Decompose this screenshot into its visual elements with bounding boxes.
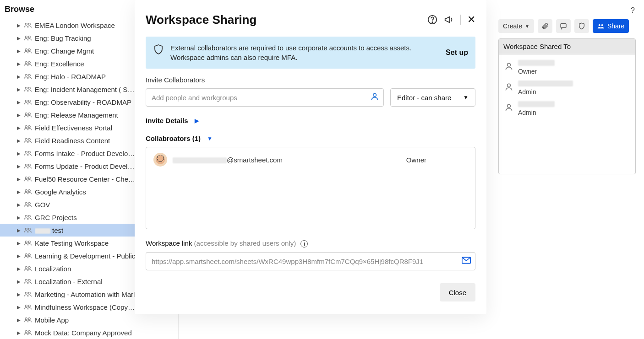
workspace-link-input[interactable] [146,252,475,270]
sidebar-item[interactable]: ▶Eng: Bug Tracking [0,32,136,44]
workspace-icon [24,163,32,169]
svg-point-22 [25,164,27,167]
email-link-button[interactable] [462,257,471,266]
share-button[interactable]: Share [593,19,629,33]
sidebar-item[interactable]: ▶Mobile App [0,313,136,326]
share-button-label: Share [607,22,624,30]
sidebar-item[interactable]: ▶Eng: Excellence [0,57,136,70]
sidebar-item[interactable]: ▶Forms Update - Product Developr [0,160,136,172]
sidebar-item-label: EMEA London Workspace [35,22,115,29]
svg-point-51 [599,24,600,26]
caret-right-icon: ▶ [16,228,21,233]
workspace-icon [24,265,32,272]
paperclip-icon [541,22,549,30]
comment-button[interactable] [556,19,571,33]
collaborators-expander[interactable]: Collabroators (1) ▼ [146,135,475,142]
toolbar: Create ▼ Share [498,19,636,33]
workspace-icon [24,201,32,208]
create-button[interactable]: Create ▼ [498,19,534,33]
shared-user-row[interactable]: Admin [501,98,633,119]
sidebar-item-label: GOV [35,201,50,209]
shield-icon [578,22,585,30]
sidebar-item[interactable]: ▶Marketing - Automation with Marl [0,288,136,301]
close-icon[interactable]: ✕ [467,14,475,26]
invite-collaborators-label: Invite Collaborators [146,76,475,84]
svg-point-19 [28,139,31,141]
role-select[interactable]: Editor - can share ▼ [390,88,475,107]
invite-details-expander[interactable]: Invite Details ▶ [146,117,475,124]
workspace-link-label: Workspace link (accessible by shared use… [146,239,475,248]
sidebar-item-label: Eng: Observability - ROADMAP [35,98,131,106]
sidebar-item[interactable]: ▶Eng: Change Mgmt [0,44,136,57]
setup-link[interactable]: Set up [446,48,468,57]
caret-right-icon: ▶ [16,74,21,79]
svg-point-20 [25,151,27,154]
shared-user-row[interactable]: Admin [501,78,633,98]
svg-point-40 [25,280,27,282]
sidebar-item[interactable]: ▶Field Effectiveness Portal [0,121,136,134]
sidebar-item[interactable]: ▶test [0,224,136,237]
sidebar-item-label: GRC Projects [35,214,77,221]
sidebar-item[interactable]: ▶EMEA London Workspace [0,19,136,32]
caret-right-icon: ▶ [16,138,21,143]
svg-point-54 [508,84,511,87]
sidebar-item[interactable]: ▶Kate Testing Workspace [0,237,136,249]
sidebar-item-label: Field Readiness Content [35,137,110,145]
sidebar-item[interactable]: ▶Mindfulness Workspace (Copy Th [0,301,136,313]
svg-point-29 [28,203,31,205]
chevron-right-icon: ▶ [195,118,199,124]
workspace-icon [24,227,32,233]
comment-icon [560,22,567,30]
help-circle-icon[interactable] [427,15,437,25]
sidebar-item[interactable]: ▶Field Readiness Content [0,134,136,147]
sidebar-item[interactable]: ▶GOV [0,198,136,211]
sidebar-item[interactable]: ▶Localization [0,262,136,275]
sidebar-item[interactable]: ▶Eng: Incident Management ( SIE - [0,83,136,96]
workspace-icon [24,329,32,336]
caret-right-icon: ▶ [16,48,21,54]
modal-header: Workspace Sharing ✕ [146,9,475,30]
workspace-icon [24,278,32,285]
svg-point-35 [28,241,31,243]
workspace-icon [24,48,32,54]
announcement-icon[interactable] [444,15,454,25]
sidebar-item[interactable]: ▶Eng: Observability - ROADMAP [0,96,136,108]
close-button[interactable]: Close [440,283,475,301]
invite-input-wrapper [146,88,384,107]
chevron-down-icon: ▼ [525,24,529,29]
shield-button[interactable] [574,19,589,33]
workspace-icon [24,150,32,156]
sidebar-item[interactable]: ▶Fuel50 Resource Center - Checkli [0,172,136,185]
svg-point-12 [25,100,27,102]
caret-right-icon: ▶ [16,279,21,284]
divider [460,15,461,25]
sidebar-item[interactable]: ▶Localization - External [0,275,136,288]
browse-title: Browse [0,5,136,19]
svg-point-13 [28,100,31,102]
security-banner: External collaborators are required to u… [146,37,475,69]
sidebar-item[interactable]: ▶GRC Projects [0,211,136,224]
svg-point-28 [25,203,27,205]
svg-point-10 [25,87,27,90]
help-icon[interactable]: ? [631,6,635,15]
sidebar-item[interactable]: ▶Eng: Halo - ROADMAP [0,70,136,83]
shared-user-row[interactable]: Owner [501,57,633,78]
redacted-name [518,81,573,86]
sidebar-item[interactable]: ▶Mock Data: Company Approved [0,326,136,339]
svg-point-18 [25,139,27,141]
collaborator-permission: Owner [406,156,468,164]
svg-point-16 [25,126,27,128]
svg-point-25 [28,177,31,179]
info-icon[interactable]: i [300,240,308,248]
sidebar-item[interactable]: ▶Forms Intake - Product Developm [0,147,136,160]
caret-right-icon: ▶ [16,189,21,194]
sidebar-item[interactable]: ▶Google Analytics [0,185,136,198]
svg-point-6 [25,62,27,64]
sidebar-item-label: Mobile App [35,316,69,324]
svg-point-21 [28,151,31,154]
invite-input[interactable] [146,88,384,107]
attach-button[interactable] [538,19,552,33]
sidebar-item[interactable]: ▶Learning & Development - Public [0,249,136,262]
sidebar-item-label: Mindfulness Workspace (Copy Th [35,303,136,311]
sidebar-item[interactable]: ▶Eng: Release Management [0,108,136,121]
